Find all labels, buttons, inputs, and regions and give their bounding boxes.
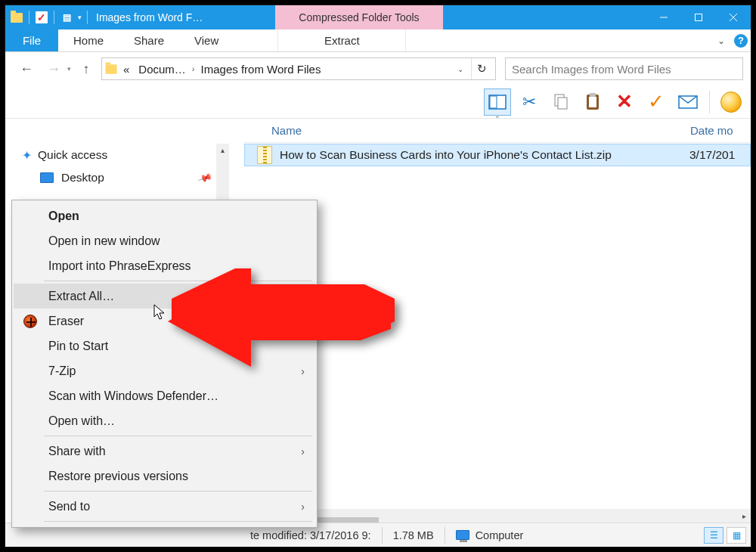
address-dropdown-icon[interactable]: ⌄ — [453, 65, 468, 73]
separator — [44, 491, 312, 492]
view-tab[interactable]: View — [179, 29, 234, 51]
email-button[interactable] — [674, 88, 702, 116]
thumbnails-view-button[interactable]: ▦ — [727, 527, 746, 544]
command-toolbar: ⌃ ✂ ✕ ✓ — [5, 85, 751, 119]
ctx-extract-all[interactable]: Extract All… — [14, 284, 315, 309]
content-h-scrollbar[interactable]: ◂ ▸ — [244, 509, 751, 523]
column-date[interactable]: Date mo — [690, 124, 751, 137]
window-title: Images from Word F… — [96, 11, 203, 23]
navigation-bar: ← → ▾ ↑ « Docum… › Images from Word File… — [5, 52, 751, 85]
svg-rect-1 — [696, 14, 702, 21]
back-button[interactable]: ← — [16, 58, 37, 79]
ctx-eraser[interactable]: Eraser — [14, 309, 315, 333]
maximize-button[interactable] — [681, 5, 716, 29]
ctx-open-with[interactable]: Open with… — [14, 408, 315, 433]
separator — [29, 11, 29, 24]
svg-rect-7 — [558, 98, 567, 109]
extract-tab[interactable]: Extract — [277, 29, 406, 51]
sidebar-quick-access[interactable]: ✦ Quick access — [5, 144, 229, 166]
folder-icon — [105, 64, 116, 73]
folder-icon — [10, 11, 23, 24]
eraser-icon — [23, 314, 38, 329]
star-icon: ✦ — [22, 148, 32, 163]
ctx-scan-defender[interactable]: Scan with Windows Defender… — [14, 383, 315, 408]
contextual-tab-header: Compressed Folder Tools — [275, 5, 443, 29]
status-size: 1.78 MB — [393, 529, 434, 541]
cut-button[interactable]: ✂ — [516, 88, 543, 116]
search-placeholder: Search Images from Word Files — [512, 63, 671, 76]
breadcrumb-prefix: « — [120, 63, 132, 76]
help-button[interactable]: ? — [731, 29, 751, 51]
chevron-right-icon: › — [301, 445, 305, 457]
search-input[interactable]: Search Images from Word Files — [505, 57, 743, 80]
preview-pane-button[interactable]: ⌃ — [484, 88, 511, 116]
titlebar: ✓ ▤ ▾ Images from Word F… Compressed Fol… — [5, 5, 751, 29]
svg-rect-10 — [590, 93, 596, 97]
paste-button[interactable] — [579, 88, 606, 116]
breadcrumb-documents[interactable]: Docum… — [135, 63, 189, 76]
separator — [709, 91, 710, 113]
file-tab[interactable]: File — [5, 29, 58, 51]
desktop-label: Desktop — [61, 171, 104, 185]
pin-icon: 📌 — [197, 170, 213, 185]
window-controls — [646, 5, 751, 29]
computer-icon — [456, 530, 469, 540]
ctx-7zip[interactable]: 7-Zip › — [14, 358, 315, 383]
ctx-restore-previous[interactable]: Restore previous versions — [14, 464, 315, 488]
share-tab[interactable]: Share — [119, 29, 179, 51]
column-headers: Name Date mo — [244, 119, 751, 143]
status-computer: Computer — [476, 529, 524, 541]
classic-shell-button[interactable] — [717, 88, 745, 116]
ribbon-tabs: File Home Share View Extract ⌄ ? — [5, 29, 751, 52]
file-name: How to Scan Business Cards into Your iPh… — [280, 148, 689, 162]
rename-button[interactable]: ✓ — [643, 88, 670, 116]
separator — [54, 11, 54, 24]
ctx-import-phraseexpress[interactable]: Import into PhraseExpress — [14, 253, 315, 278]
ctx-share-with[interactable]: Share with › — [14, 439, 315, 464]
forward-button[interactable]: → — [43, 58, 64, 79]
ctx-open-new-window[interactable]: Open in new window — [14, 228, 315, 253]
file-date: 3/17/201 — [689, 148, 750, 162]
status-modified: te modified: 3/17/2016 9: — [250, 529, 371, 541]
breadcrumb-current[interactable]: Images from Word Files — [198, 63, 324, 76]
file-row-selected[interactable]: How to Scan Business Cards into Your iPh… — [244, 144, 751, 166]
ribbon-expand-icon[interactable]: ⌄ — [711, 29, 731, 51]
quick-access-label: Quick access — [38, 148, 107, 162]
explorer-window: ✓ ▤ ▾ Images from Word F… Compressed Fol… — [5, 5, 751, 547]
close-button[interactable] — [716, 5, 751, 29]
delete-button[interactable]: ✕ — [611, 88, 638, 116]
qat-dropdown-icon[interactable]: ▾ — [78, 14, 82, 21]
up-button[interactable]: ↑ — [77, 60, 95, 78]
separator — [44, 521, 312, 522]
separator — [44, 436, 312, 436]
ctx-send-to[interactable]: Send to › — [14, 494, 315, 519]
separator — [87, 11, 88, 24]
svg-rect-5 — [490, 96, 497, 108]
sidebar-desktop[interactable]: Desktop 📌 — [5, 166, 229, 189]
home-tab[interactable]: Home — [58, 29, 119, 51]
desktop-icon — [40, 172, 54, 183]
context-menu: Open Open in new window Import into Phra… — [11, 200, 318, 528]
ctx-pin-to-start[interactable]: Pin to Start — [14, 333, 315, 358]
copy-button[interactable] — [547, 88, 575, 116]
zip-icon — [257, 146, 272, 164]
scroll-right-icon[interactable]: ▸ — [737, 512, 751, 520]
details-view-button[interactable]: ☰ — [704, 527, 723, 544]
chevron-right-icon: › — [301, 501, 305, 513]
svg-rect-9 — [589, 97, 596, 107]
chevron-right-icon: › — [301, 365, 305, 377]
minimize-button[interactable] — [646, 5, 681, 29]
ctx-open[interactable]: Open — [14, 203, 315, 228]
chevron-right-icon[interactable]: › — [192, 64, 195, 73]
new-folder-icon[interactable]: ▤ — [60, 11, 73, 24]
scroll-up-icon[interactable]: ▴ — [216, 144, 229, 157]
quick-access-toolbar: ✓ ▤ ▾ — [5, 11, 90, 24]
column-name[interactable]: Name — [244, 124, 690, 137]
refresh-button[interactable]: ↻ — [471, 58, 492, 79]
separator — [44, 281, 312, 281]
history-dropdown-icon[interactable]: ▾ — [67, 65, 71, 73]
properties-icon[interactable]: ✓ — [35, 11, 48, 24]
address-bar[interactable]: « Docum… › Images from Word Files ⌄ ↻ — [101, 57, 496, 80]
